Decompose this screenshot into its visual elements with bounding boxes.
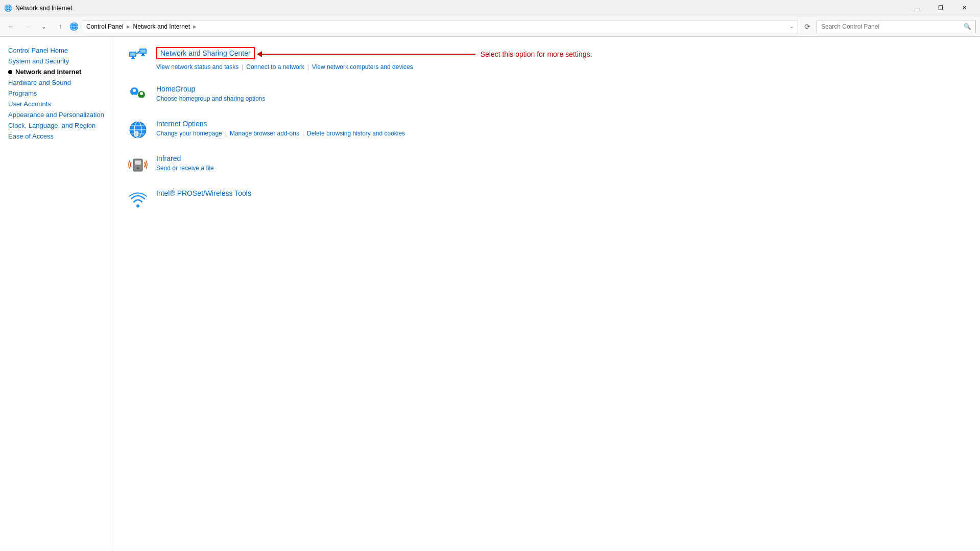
section-icon-intel-wireless bbox=[128, 189, 148, 210]
section-item-infrared: InfraredSend or receive a file bbox=[128, 154, 965, 175]
svg-point-32 bbox=[136, 204, 139, 208]
svg-rect-9 bbox=[130, 53, 135, 56]
svg-rect-30 bbox=[135, 160, 141, 165]
link-separator: | bbox=[307, 63, 309, 71]
sidebar-item-ease-of-access[interactable]: Ease of Access bbox=[8, 131, 112, 142]
link-separator: | bbox=[302, 130, 304, 137]
annotation-text: Select this option for more settings. bbox=[481, 50, 592, 58]
sidebar-bullet bbox=[8, 70, 12, 74]
up-button[interactable]: ↑ bbox=[53, 19, 67, 34]
section-content-infrared: InfraredSend or receive a file bbox=[156, 154, 214, 172]
recent-locations-button[interactable]: ⌄ bbox=[37, 19, 51, 34]
section-title-internet-options[interactable]: Internet Options bbox=[156, 120, 405, 128]
section-content-internet-options: Internet OptionsChange your homepage | M… bbox=[156, 120, 405, 137]
section-link-infrared-0[interactable]: Send or receive a file bbox=[156, 165, 214, 172]
section-link-internet-options-2[interactable]: Delete browsing history and cookies bbox=[307, 130, 405, 137]
path-network-internet: Network and Internet bbox=[133, 23, 190, 30]
sidebar-item-hardware-sound[interactable]: Hardware and Sound bbox=[8, 77, 112, 88]
section-links-homegroup: Choose homegroup and sharing options bbox=[156, 95, 265, 102]
section-content-network-sharing-center: Network and Sharing CenterSelect this op… bbox=[156, 47, 592, 71]
annotation-arrow: Select this option for more settings. bbox=[261, 50, 592, 58]
section-title-intel-wireless[interactable]: Intel® PROSet/Wireless Tools bbox=[156, 189, 251, 197]
window-title: Network and Internet bbox=[15, 5, 72, 12]
sidebar-item-label: Clock, Language, and Region bbox=[8, 122, 95, 129]
section-link-internet-options-1[interactable]: Manage browser add-ons bbox=[230, 130, 299, 137]
forward-button[interactable]: → bbox=[20, 19, 35, 34]
address-path[interactable]: Control Panel ► Network and Internet ► ⌄ bbox=[82, 20, 798, 33]
svg-point-31 bbox=[137, 167, 139, 169]
svg-rect-11 bbox=[131, 58, 135, 59]
sidebar-item-system-security[interactable]: System and Security bbox=[8, 56, 112, 66]
search-input[interactable] bbox=[821, 23, 962, 30]
svg-rect-10 bbox=[132, 57, 134, 58]
section-icon-internet-options bbox=[128, 120, 148, 140]
path-control-panel: Control Panel bbox=[86, 23, 124, 30]
section-link-homegroup-0[interactable]: Choose homegroup and sharing options bbox=[156, 95, 265, 102]
section-item-internet-options: Internet OptionsChange your homepage | M… bbox=[128, 120, 965, 140]
section-link-internet-options-0[interactable]: Change your homepage bbox=[156, 130, 222, 137]
section-icon-homegroup bbox=[128, 85, 148, 105]
path-icon bbox=[69, 22, 79, 31]
sidebar-item-label: Ease of Access bbox=[8, 132, 54, 140]
sidebar-item-label: Network and Internet bbox=[15, 68, 81, 76]
section-title-network-sharing-center[interactable]: Network and Sharing Center bbox=[156, 47, 255, 59]
back-button[interactable]: ← bbox=[4, 19, 18, 34]
sidebar-item-clock-language-region[interactable]: Clock, Language, and Region bbox=[8, 120, 112, 131]
svg-rect-13 bbox=[140, 50, 146, 53]
section-link-network-sharing-center-0[interactable]: View network status and tasks bbox=[156, 63, 238, 71]
window-icon bbox=[4, 4, 12, 12]
sidebar-item-label: System and Security bbox=[8, 57, 69, 65]
section-icon-network-sharing-center bbox=[128, 47, 148, 67]
section-title-infrared[interactable]: Infrared bbox=[156, 154, 214, 163]
path-sep-2: ► bbox=[192, 24, 198, 30]
sidebar-item-label: Control Panel Home bbox=[8, 47, 68, 54]
svg-point-19 bbox=[133, 89, 136, 92]
title-bar-left: Network and Internet bbox=[4, 4, 72, 12]
section-content-homegroup: HomeGroupChoose homegroup and sharing op… bbox=[156, 85, 265, 102]
svg-rect-14 bbox=[142, 54, 144, 55]
section-link-network-sharing-center-2[interactable]: View network computers and devices bbox=[312, 63, 413, 71]
sidebar-item-network-internet: Network and Internet bbox=[8, 66, 112, 77]
title-row: Network and Sharing CenterSelect this op… bbox=[156, 47, 592, 61]
sidebar: Control Panel HomeSystem and SecurityNet… bbox=[0, 37, 112, 551]
sidebar-item-label: Hardware and Sound bbox=[8, 79, 71, 86]
section-link-network-sharing-center-1[interactable]: Connect to a network bbox=[246, 63, 304, 71]
section-item-network-sharing-center: Network and Sharing CenterSelect this op… bbox=[128, 47, 965, 71]
sidebar-item-programs[interactable]: Programs bbox=[8, 88, 112, 99]
sidebar-item-user-accounts[interactable]: User Accounts bbox=[8, 99, 112, 109]
section-links-internet-options: Change your homepage | Manage browser ad… bbox=[156, 130, 405, 137]
section-item-homegroup: HomeGroupChoose homegroup and sharing op… bbox=[128, 85, 965, 105]
annotation-arrow-line bbox=[261, 54, 475, 55]
content-area: Network and Sharing CenterSelect this op… bbox=[112, 37, 980, 551]
minimize-button[interactable]: — bbox=[905, 0, 929, 16]
close-button[interactable]: ✕ bbox=[952, 0, 976, 16]
refresh-button[interactable]: ⟳ bbox=[800, 19, 815, 34]
title-bar: Network and Internet — ❐ ✕ bbox=[0, 0, 980, 16]
section-item-intel-wireless: Intel® PROSet/Wireless Tools bbox=[128, 189, 965, 210]
address-bar: ← → ⌄ ↑ Control Panel ► Network and Inte… bbox=[0, 16, 980, 37]
sidebar-item-control-panel-home[interactable]: Control Panel Home bbox=[8, 45, 112, 56]
path-dropdown-icon: ⌄ bbox=[790, 24, 794, 29]
svg-rect-28 bbox=[135, 132, 137, 135]
section-links-network-sharing-center: View network status and tasks | Connect … bbox=[156, 63, 592, 71]
maximize-button[interactable]: ❐ bbox=[929, 0, 952, 16]
search-icon: 🔍 bbox=[964, 23, 971, 30]
section-icon-infrared bbox=[128, 154, 148, 175]
section-content-intel-wireless: Intel® PROSet/Wireless Tools bbox=[156, 189, 251, 199]
section-links-infrared: Send or receive a file bbox=[156, 165, 214, 172]
sidebar-item-label: Programs bbox=[8, 89, 37, 97]
window-controls: — ❐ ✕ bbox=[905, 0, 976, 16]
link-separator: | bbox=[225, 130, 227, 137]
sidebar-item-appearance-personalization[interactable]: Appearance and Personalization bbox=[8, 109, 112, 120]
path-sep-1: ► bbox=[126, 24, 131, 30]
main-layout: Control Panel HomeSystem and SecurityNet… bbox=[0, 37, 980, 551]
sidebar-item-label: Appearance and Personalization bbox=[8, 111, 104, 119]
sidebar-item-label: User Accounts bbox=[8, 100, 51, 108]
svg-rect-15 bbox=[141, 55, 145, 56]
search-box[interactable]: 🔍 bbox=[817, 20, 976, 33]
svg-point-21 bbox=[140, 92, 143, 95]
link-separator: | bbox=[242, 63, 243, 71]
svg-point-17 bbox=[137, 52, 139, 54]
section-title-homegroup[interactable]: HomeGroup bbox=[156, 85, 265, 93]
